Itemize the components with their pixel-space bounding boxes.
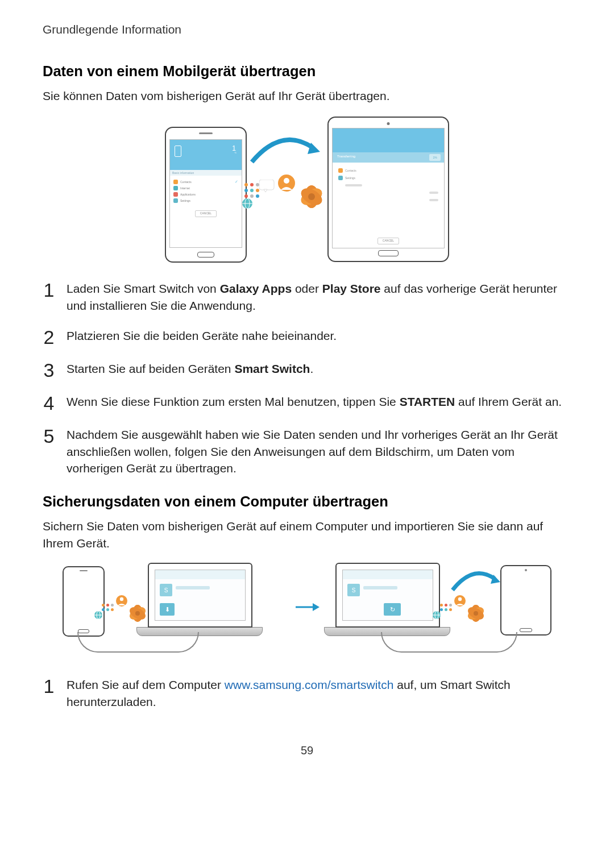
phone-cancel-button: CANCEL [195,210,217,217]
flower-icon [464,601,488,625]
smartswitch-app-icon: S [160,584,172,596]
restore-phase-illustration: S ↻ [330,563,551,654]
section1-steps: 1 Laden Sie Smart Switch von Galaxy Apps… [43,280,571,476]
tablet-device: Transferring 1% Contacts Settings CANCEL [327,117,449,262]
globe-icon [432,610,441,620]
step2-1: 1 Rufen Sie auf dem Computer www.samsung… [43,676,571,710]
step-5-text: Nachdem Sie ausgewählt haben wie Sie Dat… [67,426,571,476]
flower-icon [126,601,150,625]
step-4: 4 Wenn Sie diese Funktion zum ersten Mal… [43,393,571,413]
step-4-text: Wenn Sie diese Funktion zum ersten Mal b… [67,393,571,410]
step-1: 1 Laden Sie Smart Switch von Galaxy Apps… [43,280,571,314]
right-arrow-icon [294,601,320,615]
laptop-device-left: S ⬇ [148,563,252,636]
svg-point-11 [308,193,315,200]
page-number: 59 [43,744,571,757]
tablet-device-small [500,565,551,636]
step2-1-text: Rufen Sie auf dem Computer www.samsung.c… [67,676,571,710]
sync-decorative-cluster-small [432,591,495,625]
laptop-device-right: S ↻ [335,563,440,636]
usb-cable-icon [381,632,517,653]
transfer-mobile-illustration: 1 % Basic information Contacts✓ Internet… [165,115,449,263]
step-3: 3 Starten Sie auf beiden Geräten Smart S… [43,360,571,380]
svg-point-19 [120,597,123,601]
svg-point-34 [458,597,462,601]
chat-bubble-icon [259,180,275,193]
svg-point-26 [135,611,140,616]
section2-title: Sicherungsdaten von einem Computer übert… [43,493,571,510]
step-2-text: Platzieren Sie die beiden Geräte nahe be… [67,327,571,344]
section2-steps: 1 Rufen Sie auf dem Computer www.samsung… [43,676,571,710]
sync-decorative-cluster-small [94,591,156,625]
section2-intro: Sichern Sie Daten vom bisherigen Gerät a… [43,518,571,551]
backup-phase-illustration: S ⬇ [63,563,284,654]
usb-cable-icon [77,632,199,653]
svg-marker-28 [313,603,320,611]
transfer-computer-illustration: S ⬇ [43,563,571,654]
tablet-progress-percent: 1% [429,154,441,161]
transfer-arrow-icon [247,132,321,167]
avatar-icon [277,174,296,192]
step-1-text: Laden Sie Smart Switch von Galaxy Apps o… [67,280,571,314]
globe-icon [242,198,253,209]
globe-icon [94,610,103,620]
phone-device: 1 % Basic information Contacts✓ Internet… [165,127,247,263]
step-5: 5 Nachdem Sie ausgewählt haben wie Sie D… [43,426,571,476]
transfer-arrow-icon [449,567,500,593]
smartswitch-link[interactable]: www.samsung.com/smartswitch [225,678,394,691]
download-icon: ⬇ [160,603,175,616]
svg-point-4 [284,178,289,184]
svg-rect-1 [259,180,274,190]
flower-icon [296,181,327,213]
restore-icon: ↻ [384,603,401,616]
section-breadcrumb: Grundlegende Information [43,23,571,38]
step-3-text: Starten Sie auf beiden Geräten Smart Swi… [67,360,571,377]
sync-decorative-cluster [244,169,330,221]
step-2: 2 Platzieren Sie die beiden Geräte nahe … [43,327,571,347]
manual-page: Grundlegende Information Daten von einem… [0,0,614,780]
svg-marker-2 [264,189,267,192]
section1-intro: Sie können Daten vom bisherigen Gerät au… [43,88,571,104]
smartswitch-app-icon: S [347,584,360,596]
svg-point-41 [474,611,478,616]
section1-title: Daten von einem Mobilgerät übertragen [43,63,571,80]
tablet-cancel-button: CANCEL [377,238,399,244]
